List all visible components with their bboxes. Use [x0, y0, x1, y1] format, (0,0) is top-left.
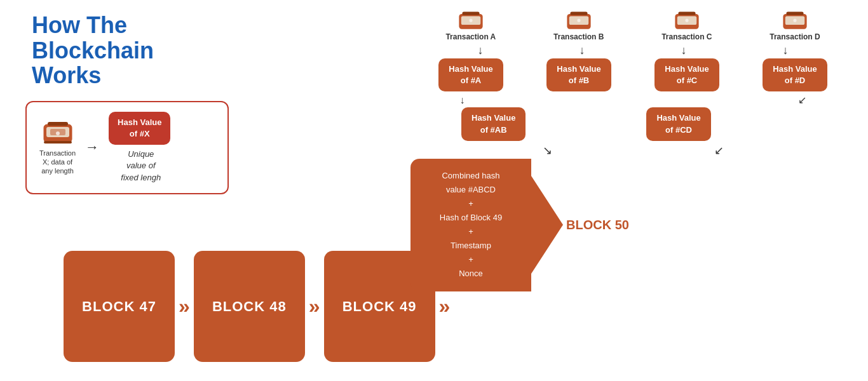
- tx-col-b: Transaction B: [553, 10, 604, 41]
- svg-point-9: [469, 19, 472, 22]
- hash-cd: Hash Valueof #CD: [646, 107, 710, 140]
- diag-right-icon: ↘: [543, 144, 552, 157]
- svg-point-21: [793, 19, 796, 22]
- title-line1: How The: [32, 12, 127, 38]
- svg-point-4: [56, 131, 60, 135]
- combined-hash-text: Combined hashvalue #ABCD+Hash of Block 4…: [440, 169, 502, 281]
- svg-point-17: [685, 19, 688, 22]
- main-container: How The Blockchain Works TransactionX; d…: [0, 0, 868, 381]
- hash-right-group: Hash Valueof #X Uniquevalue offixed leng…: [109, 112, 170, 184]
- tx-col-d: Transaction D: [770, 10, 820, 41]
- svg-rect-3: [44, 141, 72, 144]
- hash-description: Uniquevalue offixed lengh: [111, 149, 170, 184]
- cd-arrow-group: ↙: [798, 94, 806, 106]
- tx-icons-row: Transaction A Transaction B Tran: [410, 10, 855, 41]
- hash-ab: Hash Valueof #AB: [461, 107, 526, 140]
- block50-name: BLOCK 50: [566, 218, 629, 232]
- block50-area: Combined hashvalue #ABCD+Hash of Block 4…: [410, 159, 855, 291]
- arrow-right-icon: →: [85, 139, 99, 156]
- down-arrow-d: ↓: [783, 44, 789, 57]
- title-line2: Blockchain: [32, 37, 154, 64]
- hash-c: Hash Valueof #C: [654, 58, 719, 91]
- main-title: How The Blockchain Works: [32, 13, 154, 88]
- svg-rect-16: [678, 12, 695, 15]
- tx-icon-b: [565, 10, 593, 32]
- hash-a: Hash Valueof #A: [438, 58, 503, 91]
- tx-x-label: TransactionX; data ofany length: [39, 149, 76, 176]
- combined-hash-box: Combined hashvalue #ABCD+Hash of Block 4…: [410, 159, 531, 291]
- hash-value-box: Hash Valueof #X: [109, 112, 170, 145]
- block50-label-area: BLOCK 50: [531, 176, 563, 274]
- pentagon-tip: [531, 176, 563, 274]
- ab-arrow-group: ↓: [459, 95, 465, 106]
- blocks-row: BLOCK 47 » BLOCK 48 » BLOCK 49 »: [64, 251, 454, 362]
- down-arrow-c: ↓: [681, 44, 687, 57]
- tx-icon-d: [781, 10, 809, 32]
- diag-left-icon: ↙: [714, 144, 724, 157]
- svg-point-13: [577, 19, 580, 22]
- tx-label-d: Transaction D: [770, 32, 820, 41]
- hash-level2: Hash Valueof #AB Hash Valueof #CD: [410, 107, 855, 140]
- left-section: How The Blockchain Works TransactionX; d…: [19, 13, 248, 194]
- hash-d: Hash Valueof #D: [763, 58, 827, 91]
- svg-rect-5: [48, 122, 68, 126]
- svg-rect-20: [786, 12, 803, 15]
- tx-icon-c: [673, 10, 701, 32]
- diag-arrows-row: ↓ ↙: [410, 94, 855, 106]
- hash-explanation-box: TransactionX; data ofany length → Hash V…: [25, 101, 229, 194]
- transaction-icon-group: TransactionX; data ofany length: [39, 119, 76, 176]
- transaction-icon: [41, 119, 74, 146]
- down-arrow-a: ↓: [478, 44, 484, 57]
- tx-label-b: Transaction B: [553, 32, 604, 41]
- arrow-49-50: »: [439, 295, 451, 318]
- down-arrow-b: ↓: [580, 44, 585, 57]
- down-arrow-to-cd: ↙: [798, 94, 806, 106]
- diag-arrows-2: ↘ ↙: [410, 144, 855, 157]
- tx-label-c: Transaction C: [661, 32, 712, 41]
- svg-rect-8: [462, 12, 479, 15]
- block-48: BLOCK 48: [194, 251, 305, 362]
- arrow-47-48: »: [179, 295, 190, 318]
- svg-rect-12: [570, 12, 587, 15]
- tx-col-a: Transaction A: [445, 10, 496, 41]
- hash-level1: Hash Valueof #A Hash Valueof #B Hash Val…: [410, 58, 855, 91]
- tx-col-c: Transaction C: [661, 10, 712, 41]
- tx-icon-a: [457, 10, 485, 32]
- merkle-tree: Transaction A Transaction B Tran: [410, 10, 855, 291]
- block-47: BLOCK 47: [64, 251, 175, 362]
- hash-b: Hash Valueof #B: [546, 58, 611, 91]
- tx-label-a: Transaction A: [445, 32, 496, 41]
- down-arrows-1: ↓ ↓ ↓ ↓: [410, 44, 855, 57]
- title-line3: Works: [32, 62, 101, 88]
- arrow-48-49: »: [309, 295, 320, 318]
- down-arrow-to-ab: ↓: [459, 95, 465, 106]
